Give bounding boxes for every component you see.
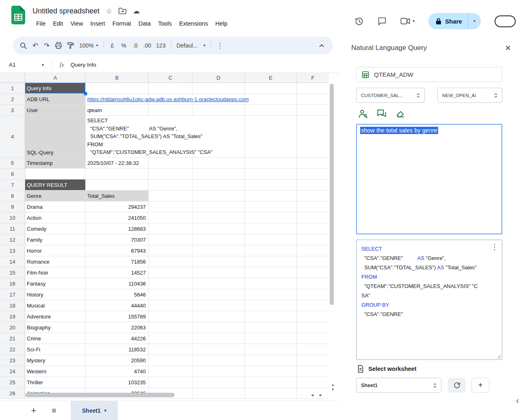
menu-help[interactable]: Help [212,19,231,28]
cell-A22[interactable]: Sci-Fi [25,344,86,355]
row-header-1[interactable]: 1 [0,83,25,94]
cell-E19[interactable] [245,311,297,322]
scroll-left-icon[interactable]: ◂ [311,392,313,398]
cell-C19[interactable] [149,311,192,322]
cell-A14[interactable]: Romance [25,256,86,267]
menu-insert[interactable]: Insert [87,19,109,28]
column-header-D[interactable]: D [192,73,245,83]
cell-D17[interactable] [192,289,245,300]
document-title[interactable]: Untitled spreadsheet [32,7,99,15]
meet-caret-icon[interactable]: ▾ [413,19,415,23]
cell-C1[interactable] [149,83,192,94]
cell-B17[interactable]: 5646 [86,289,149,300]
cell-B5[interactable]: 2025/10/07 - 22:38:32 [86,158,149,169]
cell-F18[interactable] [297,300,329,311]
cell-E20[interactable] [245,322,297,333]
query-input[interactable]: show the total sales by genre [356,124,502,234]
scroll-right-icon[interactable]: ▸ [320,392,322,398]
zoom-select[interactable]: 100% ▾ [77,39,101,52]
cell-E15[interactable] [245,267,297,278]
row-header-13[interactable]: 13 [0,245,25,256]
menu-extensions[interactable]: Extensions [175,19,212,28]
paint-format-icon[interactable] [65,39,77,52]
cell-A11[interactable]: Comedy [25,223,86,234]
cell-D15[interactable] [192,267,245,278]
cell-F12[interactable] [297,234,329,245]
cell-A18[interactable]: Musical [25,300,86,311]
cell-E3[interactable] [245,105,297,116]
cell-D10[interactable] [192,212,245,223]
select-all-corner[interactable] [0,73,25,83]
meet-button[interactable]: ▾ [400,17,415,25]
row-header-19[interactable]: 19 [0,311,25,322]
cell-C11[interactable] [149,223,192,234]
sheet-tab-caret-icon[interactable]: ▾ [104,409,106,413]
menu-view[interactable]: View [67,19,86,28]
profile-avatar[interactable] [495,15,516,27]
cell-A15[interactable]: Film-Noir [25,267,86,278]
cell-F8[interactable] [297,191,329,201]
row-header-9[interactable]: 9 [0,201,25,212]
cell-D6[interactable] [192,169,245,180]
cell-D23[interactable] [192,355,245,366]
cell-E17[interactable] [245,289,297,300]
cell-E5[interactable] [245,158,297,169]
cell-E2[interactable] [245,94,297,105]
model-select[interactable]: NEW_OPEN_AI [437,88,502,103]
cell-D14[interactable] [192,256,245,267]
cell-D9[interactable] [192,201,245,212]
cell-C15[interactable] [149,267,192,278]
cell-E22[interactable] [245,344,297,355]
cell-F21[interactable] [297,333,329,344]
cell-B3[interactable]: qteam [86,105,149,116]
sidebar-collapse-icon[interactable]: ‹ [516,396,519,405]
format-currency-button[interactable]: £ [107,39,118,52]
cell-D16[interactable] [192,278,245,289]
row-header-24[interactable]: 24 [0,366,25,377]
cell-B7[interactable] [86,180,149,191]
cell-C5[interactable] [149,158,192,169]
all-sheets-menu-icon[interactable]: ≡ [47,404,61,418]
cell-E21[interactable] [245,333,297,344]
cell-A3[interactable]: User [25,105,86,116]
cell-B20[interactable]: 22063 [86,322,149,333]
toolbar-more-icon[interactable]: ⋮ [214,39,226,52]
cell-C21[interactable] [149,333,192,344]
cell-A24[interactable]: Western [25,366,86,377]
menu-edit[interactable]: Edit [49,19,67,28]
row-header-5[interactable]: 5 [0,158,25,169]
cell-F6[interactable] [297,169,329,180]
vertical-scrollbar[interactable] [330,84,334,376]
cell-F22[interactable] [297,344,329,355]
cell-F11[interactable] [297,223,329,234]
version-history-icon[interactable] [354,17,364,26]
row-header-21[interactable]: 21 [0,333,25,344]
cell-E14[interactable] [245,256,297,267]
cell-E12[interactable] [245,234,297,245]
cell-A8[interactable]: Genre [25,191,86,201]
cell-C3[interactable] [149,105,192,116]
menu-tools[interactable]: Tools [154,19,175,28]
cell-D21[interactable] [192,333,245,344]
row-header-22[interactable]: 22 [0,344,25,355]
sql-more-icon[interactable]: ⋮ [491,243,498,251]
cell-C10[interactable] [149,212,192,223]
cell-C18[interactable] [149,300,192,311]
cell-A10[interactable]: Action [25,212,86,223]
star-icon[interactable]: ☆ [106,8,112,15]
row-header-2[interactable]: 2 [0,94,25,105]
cell-C13[interactable] [149,245,192,256]
cell-E7[interactable] [245,180,297,191]
connection-box[interactable]: QTEAM_ADW [356,67,502,82]
horizontal-scrollbar-thumb[interactable] [25,393,175,397]
cell-B16[interactable]: 110436 [86,278,149,289]
row-header-20[interactable]: 20 [0,322,25,333]
cell-A9[interactable]: Drama [25,201,86,212]
column-header-F[interactable]: F [297,73,329,83]
cell-C14[interactable] [149,256,192,267]
add-sheet-button[interactable]: + [27,404,41,418]
row-header-15[interactable]: 15 [0,267,25,278]
close-icon[interactable]: × [505,43,511,53]
menu-data[interactable]: Data [135,19,155,28]
increase-decimal-button[interactable]: .00 [141,39,153,52]
